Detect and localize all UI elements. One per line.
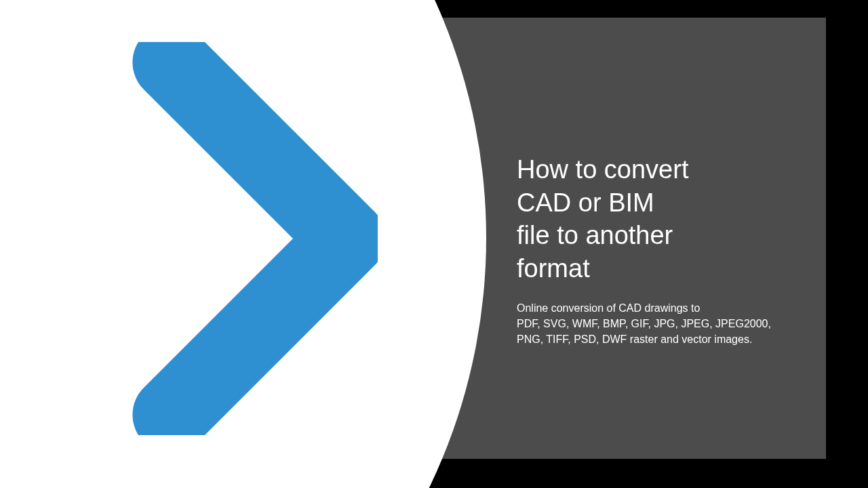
text-block: How to convert CAD or BIM file to anothe…	[517, 153, 808, 347]
subtitle-line: Online conversion of CAD drawings to	[517, 302, 700, 314]
chevron-right-icon	[79, 42, 378, 435]
title-line: format	[517, 254, 590, 283]
title-line: file to another	[517, 221, 673, 249]
slide-subtitle: Online conversion of CAD drawings to PDF…	[517, 300, 808, 348]
slide-stage: How to convert CAD or BIM file to anothe…	[42, 18, 826, 459]
title-line: How to convert	[517, 155, 688, 184]
title-line: CAD or BIM	[517, 188, 654, 217]
slide-title: How to convert CAD or BIM file to anothe…	[517, 153, 808, 285]
subtitle-line: PNG, TIFF, PSD, DWF raster and vector im…	[517, 333, 752, 345]
subtitle-line: PDF, SVG, WMF, BMP, GIF, JPG, JPEG, JPEG…	[517, 318, 771, 329]
